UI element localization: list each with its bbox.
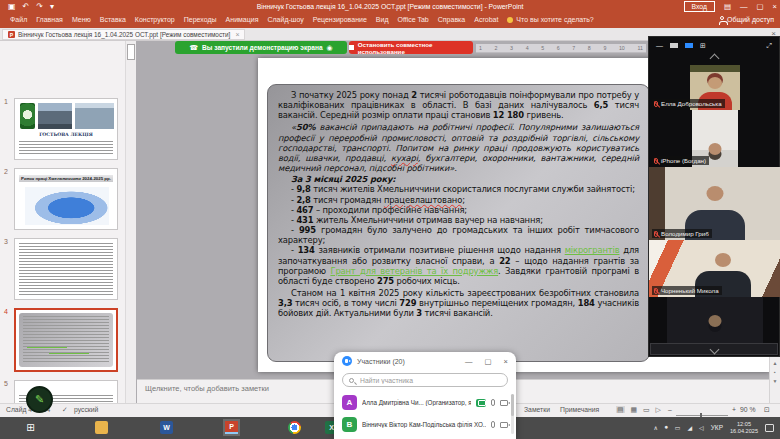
editor-vertical-scrollbar[interactable]: ▲ ▪ ▼ — [769, 357, 780, 403]
window-controls: Вход ▤ — ▢ × — [684, 1, 777, 12]
redo-icon[interactable]: ↷ — [36, 2, 43, 11]
muted-mic-icon — [654, 158, 658, 164]
grid-view-icon[interactable]: ⊞ — [700, 42, 706, 50]
slide-thumbnail-1[interactable]: ГОСТЬОВА ЛЕКЦІЯ — [14, 98, 118, 160]
mic-icon[interactable] — [491, 399, 495, 406]
network-icon[interactable]: ◢ — [687, 424, 692, 431]
minimize-icon[interactable]: — — [740, 2, 748, 11]
annotation-pen-button[interactable]: ✎ — [26, 386, 53, 413]
notification-center-icon[interactable] — [765, 424, 774, 432]
video-tile[interactable]: iPhone (Богдан) — [649, 110, 780, 167]
mic-icon[interactable] — [491, 421, 495, 428]
slideshow-icon[interactable]: ▷ — [656, 406, 661, 413]
scroll-down-icon[interactable]: ▼ — [770, 378, 780, 384]
chrome-icon[interactable] — [288, 421, 301, 434]
tab-design[interactable]: Конструктор — [135, 16, 175, 23]
normal-view-icon[interactable]: ▤ — [616, 406, 625, 413]
document-tab[interactable]: P Вінничук Гостьова лекція 16_1.04.2025 … — [2, 29, 245, 40]
minimize-icon[interactable]: — — [465, 357, 473, 366]
gallery-view-icon[interactable] — [685, 43, 693, 48]
tab-home[interactable]: Главная — [36, 16, 63, 23]
tray-camera-icon[interactable]: ▭ — [675, 424, 681, 431]
notes-toggle[interactable]: Заметки — [524, 406, 550, 413]
video-tile[interactable]: Чорненький Микола — [649, 240, 780, 297]
participants-scrollbar[interactable] — [511, 394, 514, 434]
slide-number: 2 — [4, 168, 8, 175]
close-icon[interactable]: × — [504, 357, 508, 366]
share-button[interactable]: Общий доступ — [720, 16, 774, 23]
tray-mic-icon[interactable]: ⏺ — [665, 424, 668, 431]
tab-review[interactable]: Рецензирование — [313, 16, 367, 23]
tab-office-tab[interactable]: Office Tab — [398, 16, 429, 23]
document-tab-close-icon[interactable]: × — [235, 31, 239, 38]
zoom-in-icon[interactable]: + — [732, 406, 736, 413]
minimize-panel-icon[interactable]: — — [656, 42, 663, 49]
slide-thumbnail-2[interactable]: Ринок праці Хмельниччини 2024-2025 рр. — [14, 168, 118, 230]
close-icon[interactable]: × — [773, 2, 777, 11]
tab-transitions[interactable]: Переходы — [184, 16, 217, 23]
clock[interactable]: 12:05 16.04.2025 — [730, 421, 758, 434]
qat-dropdown-icon[interactable]: ▾ — [50, 2, 54, 11]
language-tray[interactable]: УКР — [711, 424, 723, 431]
undo-icon[interactable]: ↶ — [23, 2, 30, 11]
participants-header[interactable]: Участники (20) — ▢ × — [334, 352, 516, 370]
speaker-icon[interactable]: ◁ — [699, 424, 704, 431]
scrollbar-thumb[interactable] — [127, 44, 135, 60]
tray-chevron-icon[interactable]: ∧ — [653, 424, 657, 431]
stop-share-button[interactable]: Остановить совместное использование — [349, 41, 473, 54]
participant-name-label: Володимир Гриб — [652, 229, 712, 238]
tell-me-label: Что вы хотите сделать? — [516, 16, 593, 23]
tab-insert[interactable]: Вставка — [100, 16, 126, 23]
spellcheck-icon[interactable]: ✓ — [62, 406, 68, 414]
system-tray: ∧ ⏺ ▭ ◢ ◁ УКР 12:05 16.04.2025 — [653, 421, 774, 434]
scroll-split-icon[interactable]: ▪ — [770, 369, 780, 375]
slide-thumbnail-4-selected[interactable] — [14, 308, 118, 372]
participant-row[interactable]: В Вінничук Віктор Кам-Подільська філія Х… — [334, 414, 516, 435]
tab-slideshow[interactable]: Слайд-шоу — [267, 16, 303, 23]
camera-icon[interactable] — [500, 400, 508, 406]
participant-name-label: Елла Добровольська — [652, 99, 725, 108]
collapse-strip[interactable] — [649, 53, 779, 64]
slide-paragraph: З початку 2025 року понад 2 тисячі робот… — [278, 90, 639, 120]
tell-me-search[interactable]: Что вы хотите сделать? — [507, 16, 593, 23]
speaker-view-icon[interactable] — [670, 43, 678, 48]
comments-toggle[interactable]: Примечания — [560, 406, 599, 413]
save-icon[interactable]: ▣ — [8, 2, 16, 11]
slide-thumbnail-3[interactable] — [14, 238, 118, 300]
word-icon[interactable]: W — [160, 421, 173, 434]
tab-help[interactable]: Справка — [438, 16, 465, 23]
tab-animations[interactable]: Анимация — [226, 16, 259, 23]
sorter-view-icon[interactable]: ▦ — [631, 406, 638, 413]
language-indicator[interactable]: русский — [74, 406, 98, 413]
video-tile[interactable]: Володимир Гриб — [649, 167, 780, 240]
thumbnail-scrollbar[interactable] — [125, 41, 136, 403]
filmstrip-scroll-down[interactable] — [650, 343, 778, 355]
participant-search-box[interactable] — [342, 373, 508, 387]
scroll-up-icon[interactable]: ▲ — [770, 360, 780, 366]
start-button[interactable]: ⊞ — [24, 421, 37, 434]
tab-acrobat[interactable]: Acrobat — [474, 16, 498, 23]
slide-content-box[interactable]: З початку 2025 року понад 2 тисячі робот… — [267, 84, 650, 362]
zoom-out-icon[interactable]: – — [668, 406, 672, 413]
video-tile[interactable]: Елла Добровольська — [649, 65, 780, 110]
file-explorer-icon[interactable] — [95, 421, 108, 434]
fit-slide-icon[interactable]: ⊡ — [764, 406, 770, 414]
reading-view-icon[interactable]: ▭ — [643, 406, 650, 413]
search-input[interactable] — [358, 376, 488, 385]
zoom-level[interactable]: 90 % — [740, 406, 756, 413]
tab-menu[interactable]: Меню — [72, 16, 91, 23]
video-tile[interactable] — [649, 297, 780, 347]
tray-time: 12:05 — [737, 421, 751, 427]
tab-file[interactable]: Файл — [10, 16, 27, 23]
tab-view[interactable]: Вид — [376, 16, 389, 23]
maximize-icon[interactable]: ▢ — [485, 357, 492, 366]
ribbon-display-icon[interactable]: ▤ — [724, 2, 731, 11]
signin-button[interactable]: Вход — [684, 1, 715, 12]
expand-panel-icon[interactable]: ⤢ — [766, 42, 772, 50]
participant-row[interactable]: А Алла Дмитрівна Чи... (Организатор, я) — [334, 392, 516, 413]
camera-icon[interactable] — [500, 422, 508, 428]
participant-name: iPhone (Богдан) — [661, 157, 706, 164]
powerpoint-taskbar-icon[interactable]: P — [225, 421, 238, 434]
restore-icon[interactable]: ▢ — [757, 2, 764, 11]
zoom-slider[interactable] — [676, 415, 728, 416]
